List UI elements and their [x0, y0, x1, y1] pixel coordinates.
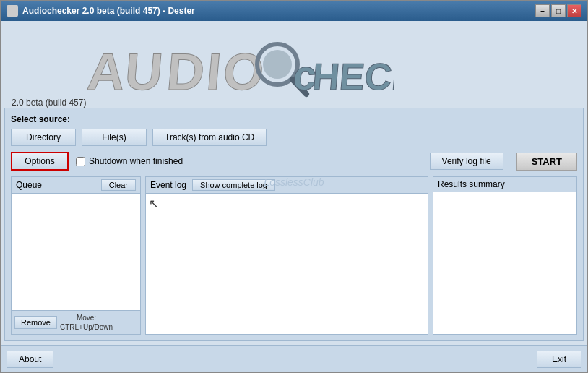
exit-button[interactable]: Exit: [537, 351, 581, 368]
minimize-button[interactable]: –: [535, 4, 550, 17]
options-button[interactable]: Options: [11, 152, 69, 171]
tracks-button[interactable]: Track(s) from audio CD: [152, 129, 267, 146]
options-row: Options Shutdown when finished Verify lo…: [11, 152, 577, 171]
window-controls: – □ ✕: [535, 4, 581, 17]
main-window: Audiochecker 2.0 beta (build 457) - Dest…: [0, 0, 588, 373]
bottom-bar: About Exit: [1, 345, 587, 372]
svg-text:U: U: [123, 43, 165, 100]
files-button[interactable]: File(s): [82, 129, 147, 146]
results-content: [433, 192, 576, 334]
queue-panel: Queue Clear Remove Move:CTRL+Up/Down: [11, 176, 141, 335]
clear-button[interactable]: Clear: [101, 179, 136, 191]
event-log-header: Event log Show complete log: [146, 177, 428, 194]
show-complete-log-button[interactable]: Show complete log: [192, 179, 275, 191]
move-hint: Move:CTRL+Up/Down: [60, 313, 113, 332]
shutdown-label: Shutdown when finished: [89, 156, 183, 166]
source-buttons: Directory File(s) Track(s) from audio CD: [11, 129, 577, 146]
content-area: 2.0 beta (build 457) A U D I O c: [1, 21, 587, 372]
app-logo: A U D I O c HECKER: [84, 32, 394, 104]
svg-text:D: D: [165, 43, 207, 100]
logo-area: 2.0 beta (build 457) A U D I O c: [1, 21, 587, 108]
svg-text:I: I: [204, 43, 224, 100]
event-log-panel: Event log Show complete log ↖: [145, 176, 428, 335]
shutdown-checkbox-label[interactable]: Shutdown when finished: [76, 156, 183, 166]
svg-point-6: [263, 50, 292, 79]
event-log-title: Event log: [150, 180, 186, 190]
main-panel: Select source: Directory File(s) Track(s…: [4, 108, 584, 341]
directory-button[interactable]: Directory: [11, 129, 76, 146]
queue-header: Queue Clear: [12, 177, 140, 194]
close-button[interactable]: ✕: [567, 4, 581, 17]
maximize-button[interactable]: □: [551, 4, 566, 17]
verify-log-button[interactable]: Verify log file: [430, 153, 503, 170]
window-title: Audiochecker 2.0 beta (build 457) - Dest…: [22, 6, 195, 16]
remove-button[interactable]: Remove: [14, 316, 57, 329]
main-columns: LosslessClub Queue Clear Remove Move:CTR…: [11, 176, 577, 335]
shutdown-checkbox[interactable]: [76, 157, 85, 166]
about-button[interactable]: About: [7, 351, 53, 368]
queue-title: Queue: [16, 180, 42, 190]
queue-list: [12, 194, 140, 310]
cursor-icon: ↖: [149, 197, 158, 210]
app-icon: [7, 5, 18, 17]
log-content: ↖: [146, 194, 428, 334]
svg-text:HECKER: HECKER: [311, 56, 394, 98]
version-text: 2.0 beta (build 457): [12, 98, 86, 108]
start-button[interactable]: START: [516, 153, 577, 171]
select-source-label: Select source:: [11, 114, 577, 124]
svg-text:A: A: [85, 43, 128, 100]
title-bar: Audiochecker 2.0 beta (build 457) - Dest…: [1, 1, 587, 21]
queue-footer: Remove Move:CTRL+Up/Down: [12, 310, 140, 334]
results-panel: Results summary: [433, 176, 577, 335]
results-header: Results summary: [433, 177, 576, 192]
